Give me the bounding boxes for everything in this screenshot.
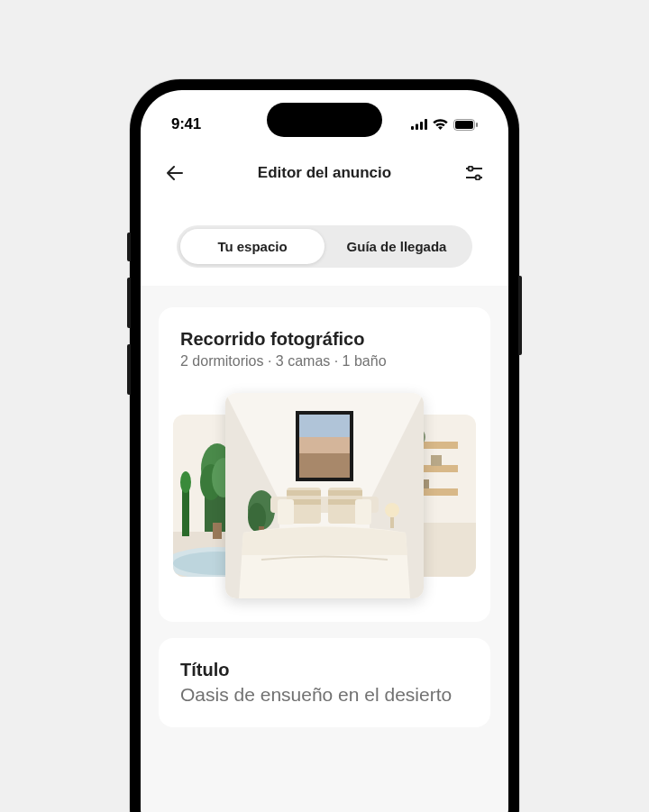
photo-tour-card[interactable]: Recorrido fotográfico 2 dormitorios · 3 … [159, 307, 490, 622]
tabs: Tu espacio Guía de llegada [177, 225, 472, 268]
svg-rect-22 [213, 523, 222, 539]
svg-rect-36 [287, 490, 321, 496]
title-card[interactable]: Título Oasis de ensueño en el desierto [159, 638, 490, 727]
settings-button[interactable] [460, 159, 489, 187]
tab-your-space[interactable]: Tu espacio [180, 229, 324, 264]
svg-point-43 [385, 503, 399, 517]
svg-rect-44 [390, 517, 394, 528]
svg-rect-30 [299, 453, 350, 478]
svg-rect-28 [299, 415, 350, 437]
svg-rect-0 [411, 126, 414, 130]
wifi-icon [433, 119, 448, 130]
screen: 9:41 [141, 90, 508, 812]
filter-icon [466, 166, 482, 180]
svg-rect-6 [476, 123, 478, 127]
battery-icon [453, 119, 478, 131]
content: Recorrido fotográfico 2 dormitorios · 3 … [141, 286, 508, 812]
photo-tour-subtitle: 2 dormitorios · 3 camas · 1 baño [180, 353, 469, 370]
photo-tour-title: Recorrido fotográfico [180, 329, 469, 350]
svg-point-8 [468, 167, 472, 171]
back-button[interactable] [160, 159, 189, 187]
status-time: 9:41 [171, 115, 201, 133]
svg-point-24 [180, 471, 191, 493]
back-arrow-icon [167, 166, 183, 180]
title-value: Oasis de ensueño en el desierto [180, 684, 469, 706]
svg-point-10 [475, 176, 480, 180]
dynamic-island [267, 103, 382, 137]
svg-rect-29 [299, 437, 350, 453]
svg-rect-42 [355, 499, 371, 525]
svg-rect-41 [278, 499, 294, 525]
svg-rect-2 [420, 122, 423, 130]
tab-arrival-guide[interactable]: Guía de llegada [324, 229, 469, 264]
svg-rect-23 [182, 487, 189, 536]
svg-rect-3 [425, 119, 427, 130]
bedroom-image-icon [225, 393, 424, 598]
status-icons [411, 119, 478, 131]
svg-rect-54 [431, 455, 442, 466]
svg-rect-1 [416, 124, 418, 131]
header: Editor del anuncio [141, 142, 508, 200]
photo-carousel [180, 391, 469, 600]
phone-frame: 9:41 [130, 79, 519, 812]
photo-center[interactable] [225, 393, 424, 598]
title-label: Título [180, 660, 469, 680]
svg-rect-5 [455, 121, 473, 129]
header-title: Editor del anuncio [258, 164, 391, 182]
svg-rect-39 [328, 490, 362, 496]
cellular-icon [411, 119, 427, 130]
